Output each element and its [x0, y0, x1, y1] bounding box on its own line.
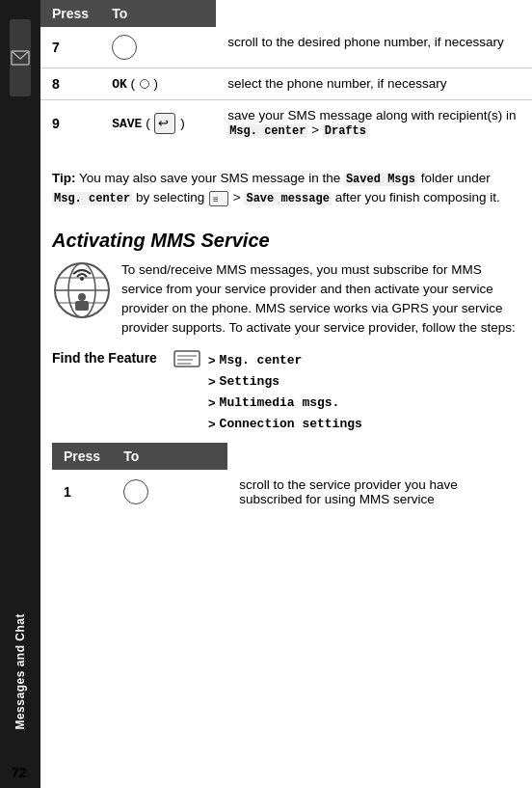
sidebar-label: Messages and Chat	[13, 613, 27, 730]
bottom-table-wrapper: Press To 1 scroll to the service provide…	[40, 443, 532, 530]
ok-label: OK	[112, 77, 127, 92]
table-row: 8 OK ( ) select the phone number, if nec…	[40, 68, 532, 100]
main-content: Press To 7 scroll to the desired phone n…	[40, 0, 532, 788]
arrow-icon-3: >	[208, 393, 216, 414]
arrow-icon-4: >	[208, 414, 216, 435]
sidebar-tab	[10, 19, 31, 96]
row-press: SAVE ( )	[100, 100, 216, 147]
page-number: 72	[12, 765, 27, 780]
arrow-icon-1: >	[208, 350, 216, 371]
msg-inline-icon	[209, 191, 228, 206]
table-row: 7 scroll to the desired phone number, if…	[40, 27, 532, 68]
svg-rect-6	[75, 301, 89, 311]
nav-small-icon	[140, 79, 149, 89]
find-feature-section: Find the Feature >	[40, 346, 532, 443]
row-press	[100, 27, 216, 68]
step-4: > Connection settings	[208, 414, 362, 435]
msg-center-inline: Msg. center	[52, 192, 132, 205]
mms-text: To send/receive MMS messages, you must s…	[121, 260, 520, 339]
find-feature-steps: > Msg. center > Settings > Multimedia ms…	[208, 350, 362, 435]
row-number: 1	[52, 470, 112, 514]
step-1-text: Msg. center	[220, 350, 303, 371]
paren-close: )	[180, 115, 185, 129]
step-4-text: Connection settings	[220, 414, 362, 435]
step-3: > Multimedia msgs.	[208, 393, 362, 414]
row-number: 9	[40, 100, 100, 147]
tip-text2: folder under	[421, 171, 491, 185]
step-1: > Msg. center	[208, 350, 362, 371]
row-press: OK ( )	[100, 68, 216, 100]
row-to: scroll to the desired phone number, if n…	[216, 27, 532, 68]
svg-rect-9	[174, 351, 200, 367]
bottom-instruction-table: Press To 1 scroll to the service provide…	[52, 443, 520, 514]
network-icon	[52, 260, 112, 320]
table-row: 9 SAVE ( ) save your SMS message along w…	[40, 100, 532, 147]
step-2-text: Settings	[220, 371, 279, 393]
tip-section: Tip: You may also save your SMS message …	[40, 161, 532, 220]
row-to: save your SMS message along with recipie…	[216, 100, 532, 147]
row-number: 7	[40, 27, 100, 68]
sidebar: Messages and Chat	[0, 0, 40, 788]
tip-text1: You may also save your SMS message in th…	[79, 171, 344, 185]
find-feature-label: Find the Feature	[52, 350, 158, 366]
msg-center-code: Msg. center	[227, 124, 307, 138]
paren-open: (	[146, 115, 150, 129]
msg-center-icon	[173, 350, 200, 374]
paren-open: (	[131, 76, 136, 91]
svg-point-7	[78, 293, 86, 301]
col-to-header-2: To	[112, 443, 227, 470]
step-3-text: Multimedia msgs.	[220, 393, 340, 414]
paren-close: )	[154, 76, 159, 91]
save-key-icon	[154, 113, 175, 134]
row-number: 8	[40, 68, 100, 100]
save-message-code: Save message	[244, 192, 331, 205]
row-press	[112, 470, 227, 514]
drafts-code: Drafts	[323, 124, 368, 138]
section-heading: Activating MMS Service	[40, 220, 532, 260]
col-press-header-2: Press	[52, 443, 112, 470]
arrow-icon-2: >	[208, 371, 216, 393]
tip-label: Tip:	[52, 171, 76, 185]
row-to: select the phone number, if necessary	[216, 68, 532, 100]
tip-text3: by selecting	[136, 190, 208, 204]
save-label: SAVE	[112, 116, 142, 130]
svg-point-8	[80, 277, 84, 281]
mms-section: To send/receive MMS messages, you must s…	[40, 260, 532, 346]
table-row: 1 scroll to the service provider you hav…	[52, 470, 520, 514]
col-press-header: Press	[40, 0, 100, 27]
tip-text5: after you finish composing it.	[335, 190, 500, 204]
col-to-header: To	[100, 0, 216, 27]
tip-arrow: >	[233, 190, 245, 204]
top-instruction-table: Press To 7 scroll to the desired phone n…	[40, 0, 532, 146]
nav-key-icon-2	[123, 479, 148, 504]
find-feature-steps-container: > Msg. center > Settings > Multimedia ms…	[173, 350, 362, 435]
nav-key-icon	[112, 35, 137, 60]
saved-msgs-code: Saved Msgs	[344, 173, 417, 186]
row-to: scroll to the service provider you have …	[227, 470, 520, 514]
step-2: > Settings	[208, 371, 362, 393]
